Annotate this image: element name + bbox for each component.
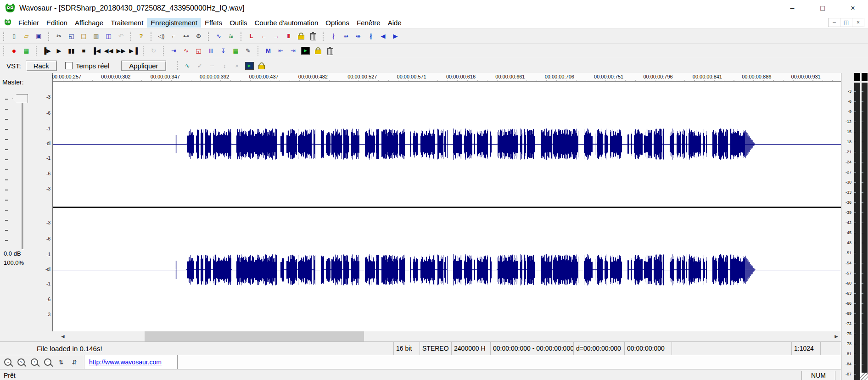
copy-icon[interactable]: ◱	[65, 31, 78, 41]
marker-next-icon[interactable]: →	[270, 31, 282, 41]
previous-block-icon[interactable]: ◀	[377, 31, 389, 41]
zoom-horizontal-fit-icon[interactable]: ↔	[3, 357, 13, 368]
analysis-curve-icon[interactable]: ∿	[180, 45, 192, 56]
duplicate-icon[interactable]: ◱	[192, 45, 205, 56]
stop-icon[interactable]: ■	[78, 45, 90, 56]
crop-selection-icon[interactable]: ◫	[102, 31, 115, 41]
automation-curve-icon[interactable]: ∿	[181, 61, 194, 71]
meter-scale-label: -51	[846, 251, 851, 255]
loop-playback-icon[interactable]: ↻	[147, 45, 160, 56]
envelope-scale-icon[interactable]: ↕	[218, 61, 231, 71]
statistics-icon[interactable]: ▦	[230, 45, 242, 56]
marker-m-icon[interactable]: M	[262, 45, 274, 56]
selection-expand-icon[interactable]: ⇻	[340, 31, 352, 41]
menu-traitement[interactable]: Traitement	[107, 18, 147, 28]
io-routing-icon[interactable]: ⊷	[180, 31, 192, 41]
menu-fichier[interactable]: Fichier	[15, 18, 43, 28]
vst-apply-button[interactable]: Appliquer	[121, 61, 166, 71]
zoom-out-icon[interactable]: −	[43, 357, 53, 368]
wave-overview-icon[interactable]: ≋	[225, 31, 237, 41]
marker-clear-icon[interactable]: Ⅲ	[282, 31, 295, 41]
minimize-button[interactable]: –	[777, 0, 807, 17]
menu-edition[interactable]: Edition	[43, 18, 71, 28]
play-icon[interactable]: ▶	[53, 45, 65, 56]
connector-icon[interactable]: ⌐	[168, 31, 180, 41]
open-file-icon[interactable]: ▱	[20, 31, 33, 41]
vst-rack-button[interactable]: Rack	[26, 61, 57, 71]
wave-split-icon[interactable]: ∤	[327, 31, 340, 41]
maximize-button[interactable]: □	[807, 0, 838, 17]
pause-icon[interactable]: ▮▮	[65, 45, 78, 56]
mdi-minimize-button[interactable]: –	[829, 18, 840, 27]
edit-delete-icon[interactable]	[324, 45, 336, 56]
zoom-vertical-out-icon[interactable]: ⇵	[69, 357, 79, 368]
close-button[interactable]: ×	[838, 0, 868, 17]
process-file-icon[interactable]: ⇥	[168, 45, 180, 56]
zoom-selection-icon[interactable]: ∿	[16, 357, 26, 368]
envelope-lock-icon[interactable]	[256, 61, 268, 71]
envelope-play-icon[interactable]: ▶	[243, 61, 256, 71]
scrollbar-thumb[interactable]	[145, 331, 364, 341]
waveform-display[interactable]	[53, 82, 841, 331]
marker-previous-icon[interactable]: ←	[258, 31, 270, 41]
marker-add-icon[interactable]: L	[245, 31, 258, 41]
record-monitor-icon[interactable]: ▦	[20, 45, 33, 56]
save-file-icon[interactable]: ▣	[33, 31, 45, 41]
apply-envelope-icon[interactable]: ✓	[194, 61, 206, 71]
undo-icon[interactable]: ↶	[115, 31, 127, 41]
go-to-start-icon[interactable]: ▐◀	[90, 45, 102, 56]
realtime-checkbox[interactable]	[65, 62, 73, 69]
scroll-left-arrow[interactable]: ◄	[58, 331, 67, 341]
meter-scale-label: -3	[848, 89, 851, 94]
marker-delete-icon[interactable]	[307, 31, 319, 41]
zoom-in-icon[interactable]: +	[29, 357, 39, 368]
marker-lock-icon[interactable]	[295, 31, 307, 41]
fast-forward-icon[interactable]: ▶▶	[115, 45, 127, 56]
help-icon[interactable]: ?	[135, 31, 147, 41]
menu-affichage[interactable]: Affichage	[71, 18, 107, 28]
edit-lock-icon[interactable]	[312, 45, 324, 56]
record-icon[interactable]: ●	[8, 45, 20, 56]
loop-end-icon[interactable]: ⇥	[287, 45, 299, 56]
menu-options[interactable]: Options	[322, 18, 353, 28]
draw-pencil-icon[interactable]: ✎	[242, 45, 254, 56]
new-file-icon[interactable]: ▯	[8, 31, 20, 41]
mdi-restore-button[interactable]: ◫	[840, 18, 852, 27]
resize-grip[interactable]	[860, 373, 868, 380]
menu-outils[interactable]: Outils	[226, 18, 251, 28]
wave-bars-icon[interactable]: Ⅲ	[205, 45, 217, 56]
menu-courbe-automation[interactable]: Courbe d'automation	[251, 18, 322, 28]
mdi-close-button[interactable]: ×	[852, 18, 864, 27]
fader-tick	[5, 109, 8, 110]
scrollbar-track[interactable]	[67, 331, 832, 341]
meter-scale-label: -60	[846, 281, 851, 285]
play-selection-icon[interactable]: ▶	[299, 45, 312, 56]
snap-zero-crossing-icon[interactable]: ↧	[217, 45, 230, 56]
wave-vertical-zoom-icon[interactable]: ∿	[213, 31, 225, 41]
next-block-icon[interactable]: ▶	[389, 31, 402, 41]
settings-wrench-icon[interactable]: ⚙	[192, 31, 205, 41]
status-samplerate-cell: 2400000 H	[451, 342, 490, 355]
status-zoom-ratio-cell: 1:1024	[791, 342, 820, 355]
envelope-line-icon[interactable]: ┄	[206, 61, 218, 71]
zoom-vertical-in-icon[interactable]: ⇅	[56, 357, 66, 368]
envelope-delete-icon[interactable]: ×	[231, 61, 243, 71]
toolbar-group-grip	[323, 32, 325, 41]
wave-join-icon[interactable]: ∦	[364, 31, 377, 41]
rewind-icon[interactable]: ◀◀	[102, 45, 115, 56]
audio-monitor-icon[interactable]: ◁)	[155, 31, 168, 41]
go-to-end-icon[interactable]: ▶▐	[127, 45, 140, 56]
selection-shrink-icon[interactable]: ⇺	[352, 31, 364, 41]
wavosaur-website-link[interactable]: http://www.wavosaur.com	[89, 358, 162, 366]
paste-insert-icon[interactable]: ▥	[90, 31, 102, 41]
paste-icon[interactable]: ▤	[78, 31, 90, 41]
time-ruler[interactable]: 00:00:00:25700:00:00:30200:00:00:34700:0…	[53, 73, 841, 82]
loop-start-icon[interactable]: ⇤	[274, 45, 287, 56]
scroll-right-arrow[interactable]: ►	[832, 331, 841, 341]
menu-fenetre[interactable]: Fenêtre	[353, 18, 384, 28]
cut-icon[interactable]: ✂	[53, 31, 65, 41]
menu-enregistrement[interactable]: Enregistrement	[147, 18, 201, 28]
play-from-cursor-icon[interactable]: ▐▶	[40, 45, 53, 56]
menu-aide[interactable]: Aide	[384, 18, 405, 28]
menu-effets[interactable]: Effets	[201, 18, 226, 28]
